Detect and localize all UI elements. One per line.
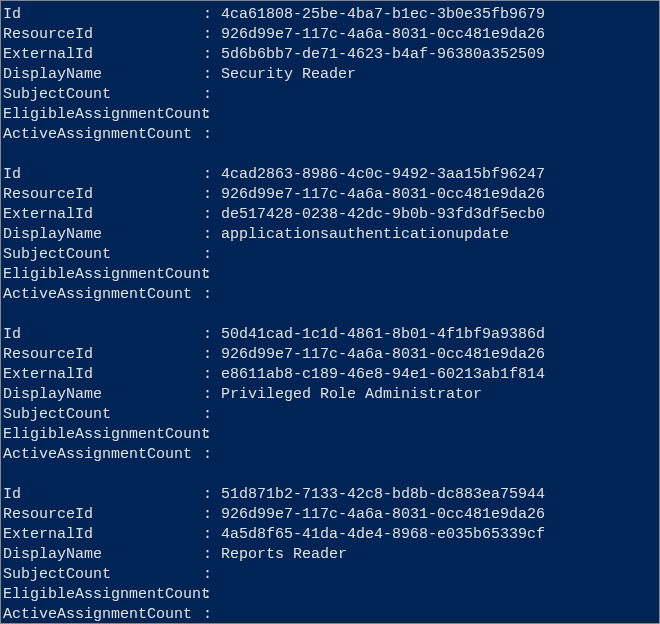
output-line: EligibleAssignmentCount : [3,425,657,445]
field-value: Privileged Role Administrator [221,386,482,403]
output-line: SubjectCount : [3,565,657,585]
field-key: DisplayName [3,225,203,245]
field-value: Security Reader [221,66,356,83]
output-line: DisplayName : applicationsauthentication… [3,225,657,245]
colon: : [203,245,221,265]
field-value: 926d99e7-117c-4a6a-8031-0cc481e9da26 [221,506,545,523]
colon: : [203,125,221,145]
output-line: ResourceId : 926d99e7-117c-4a6a-8031-0cc… [3,345,657,365]
output-line: ExternalId : e8611ab8-c189-46e8-94e1-602… [3,365,657,385]
output-line: ActiveAssignmentCount : [3,285,657,305]
output-line: ResourceId : 926d99e7-117c-4a6a-8031-0cc… [3,25,657,45]
output-line: ActiveAssignmentCount : [3,605,657,624]
output-line: DisplayName : Privileged Role Administra… [3,385,657,405]
output-line: DisplayName : Security Reader [3,65,657,85]
colon: : [203,5,221,25]
field-key: SubjectCount [3,245,203,265]
colon: : [203,85,221,105]
field-key: SubjectCount [3,565,203,585]
field-key: Id [3,325,203,345]
output-line: SubjectCount : [3,85,657,105]
powershell-terminal[interactable]: Id : 4ca61808-25be-4ba7-b1ec-3b0e35fb967… [1,1,659,624]
colon: : [203,365,221,385]
output-line: EligibleAssignmentCount : [3,265,657,285]
field-key: Id [3,165,203,185]
colon: : [203,565,221,585]
field-key: EligibleAssignmentCount [3,265,203,285]
field-key: EligibleAssignmentCount [3,105,203,125]
output-record: Id : 50d41cad-1c1d-4861-8b01-4f1bf9a9386… [3,325,657,465]
field-key: ExternalId [3,205,203,225]
colon: : [203,45,221,65]
field-value: 4ca61808-25be-4ba7-b1ec-3b0e35fb9679 [221,6,545,23]
output-line: ActiveAssignmentCount : [3,445,657,465]
colon: : [203,485,221,505]
colon: : [203,525,221,545]
field-key: EligibleAssignmentCount [3,585,203,605]
field-value: 51d871b2-7133-42c8-bd8b-dc883ea75944 [221,486,545,503]
colon: : [203,545,221,565]
output-record: Id : 4cad2863-8986-4c0c-9492-3aa15bf9624… [3,165,657,305]
colon: : [203,445,221,465]
colon: : [203,165,221,185]
field-key: ResourceId [3,345,203,365]
field-key: SubjectCount [3,85,203,105]
field-key: EligibleAssignmentCount [3,425,203,445]
colon: : [203,425,221,445]
output-line: ExternalId : 4a5d8f65-41da-4de4-8968-e03… [3,525,657,545]
field-key: ResourceId [3,185,203,205]
colon: : [203,65,221,85]
field-key: DisplayName [3,65,203,85]
field-key: ExternalId [3,365,203,385]
output-line: DisplayName : Reports Reader [3,545,657,565]
field-value: applicationsauthenticationupdate [221,226,509,243]
colon: : [203,325,221,345]
field-value: 50d41cad-1c1d-4861-8b01-4f1bf9a9386d [221,326,545,343]
output-line: Id : 4ca61808-25be-4ba7-b1ec-3b0e35fb967… [3,5,657,25]
field-value: 926d99e7-117c-4a6a-8031-0cc481e9da26 [221,186,545,203]
field-value: 926d99e7-117c-4a6a-8031-0cc481e9da26 [221,346,545,363]
output-line: SubjectCount : [3,245,657,265]
output-line: ExternalId : de517428-0238-42dc-9b0b-93f… [3,205,657,225]
colon: : [203,605,221,624]
output-line: ResourceId : 926d99e7-117c-4a6a-8031-0cc… [3,505,657,525]
colon: : [203,405,221,425]
field-value: e8611ab8-c189-46e8-94e1-60213ab1f814 [221,366,545,383]
colon: : [203,505,221,525]
output-record: Id : 4ca61808-25be-4ba7-b1ec-3b0e35fb967… [3,5,657,145]
field-value: 5d6b6bb7-de71-4623-b4af-96380a352509 [221,46,545,63]
output-line: Id : 51d871b2-7133-42c8-bd8b-dc883ea7594… [3,485,657,505]
field-key: ExternalId [3,45,203,65]
field-key: DisplayName [3,385,203,405]
colon: : [203,385,221,405]
output-line: EligibleAssignmentCount : [3,585,657,605]
output-line: ExternalId : 5d6b6bb7-de71-4623-b4af-963… [3,45,657,65]
colon: : [203,225,221,245]
field-key: ExternalId [3,525,203,545]
colon: : [203,205,221,225]
field-key: ActiveAssignmentCount [3,285,203,305]
field-value: Reports Reader [221,546,347,563]
output-line: ResourceId : 926d99e7-117c-4a6a-8031-0cc… [3,185,657,205]
field-key: ResourceId [3,505,203,525]
output-line: ActiveAssignmentCount : [3,125,657,145]
field-key: ActiveAssignmentCount [3,605,203,624]
colon: : [203,105,221,125]
field-key: SubjectCount [3,405,203,425]
field-value: de517428-0238-42dc-9b0b-93fd3df5ecb0 [221,206,545,223]
colon: : [203,25,221,45]
output-line: EligibleAssignmentCount : [3,105,657,125]
output-record: Id : 51d871b2-7133-42c8-bd8b-dc883ea7594… [3,485,657,624]
field-key: ResourceId [3,25,203,45]
field-value: 4a5d8f65-41da-4de4-8968-e035b65339cf [221,526,545,543]
colon: : [203,345,221,365]
output-line: Id : 4cad2863-8986-4c0c-9492-3aa15bf9624… [3,165,657,185]
colon: : [203,285,221,305]
colon: : [203,265,221,285]
output-line: SubjectCount : [3,405,657,425]
field-key: ActiveAssignmentCount [3,125,203,145]
field-value: 926d99e7-117c-4a6a-8031-0cc481e9da26 [221,26,545,43]
field-key: ActiveAssignmentCount [3,445,203,465]
field-key: Id [3,485,203,505]
output-line: Id : 50d41cad-1c1d-4861-8b01-4f1bf9a9386… [3,325,657,345]
